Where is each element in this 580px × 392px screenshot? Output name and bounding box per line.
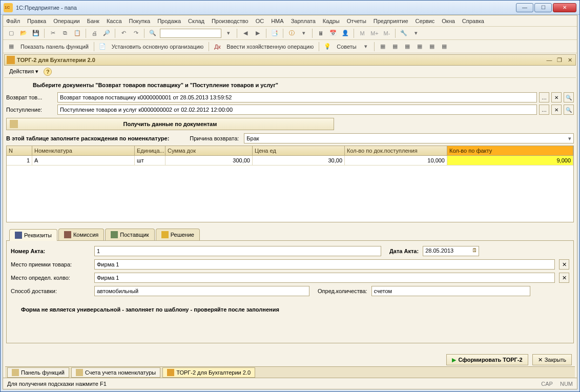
- calc-icon[interactable]: 🖩: [316, 28, 326, 38]
- dropdown-icon[interactable]: ▾: [223, 28, 234, 38]
- menu-operations[interactable]: Операции: [53, 18, 79, 24]
- menu-bank[interactable]: Банк: [87, 18, 99, 24]
- place2-input[interactable]: [94, 273, 555, 283]
- delivery-input[interactable]: [94, 286, 309, 296]
- menu-production[interactable]: Производство: [212, 18, 248, 24]
- search-input[interactable]: [160, 29, 221, 38]
- misc-icon-6[interactable]: ▦: [439, 42, 449, 52]
- wrench-icon[interactable]: 🔧: [399, 28, 409, 38]
- maximize-button[interactable]: ☐: [534, 3, 552, 12]
- menu-nma[interactable]: НМА: [271, 18, 283, 24]
- cell-unit[interactable]: шт: [135, 156, 165, 165]
- tab-requisites[interactable]: Реквизиты: [9, 229, 57, 241]
- misc-icon-2[interactable]: ▦: [390, 42, 400, 52]
- misc-icon-5[interactable]: ▦: [427, 42, 437, 52]
- open-icon[interactable]: 📂: [18, 28, 29, 38]
- doc-close-icon[interactable]: ✕: [566, 57, 573, 64]
- receipt-select-button[interactable]: …: [539, 105, 549, 115]
- misc-icon-4[interactable]: ▦: [415, 42, 425, 52]
- fetch-data-button[interactable]: Получить данные по документам: [6, 118, 334, 130]
- cell-n[interactable]: 1: [7, 156, 32, 165]
- close-dialog-button[interactable]: ✕Закрыть: [532, 354, 572, 365]
- nav-back-icon[interactable]: ◀: [240, 28, 251, 38]
- copy-icon[interactable]: ⧉: [60, 28, 70, 38]
- paste-icon[interactable]: 📋: [72, 28, 82, 38]
- calendar-icon[interactable]: 📅: [328, 28, 338, 38]
- act-number-input[interactable]: [94, 246, 381, 256]
- receipt-field[interactable]: Поступление товаров и услуг к0000000002 …: [57, 105, 537, 115]
- print-icon[interactable]: 🖨: [89, 28, 99, 38]
- wintab-accounts[interactable]: Счета учета номенклатуры: [71, 367, 160, 378]
- doc-minimize-icon[interactable]: —: [546, 57, 553, 64]
- cell-qty[interactable]: 10,000: [345, 156, 447, 165]
- th-n[interactable]: N: [7, 146, 32, 155]
- menu-windows[interactable]: Окна: [442, 18, 455, 24]
- th-price[interactable]: Цена ед: [253, 146, 345, 155]
- redo-icon[interactable]: ↷: [131, 28, 141, 38]
- actions-menu[interactable]: Действия ▾: [7, 67, 40, 76]
- th-unit[interactable]: Единица...: [135, 146, 165, 155]
- return-field[interactable]: Возврат товаров поставщику к0000000001 о…: [57, 92, 537, 102]
- menu-help[interactable]: Справка: [462, 18, 484, 24]
- receipt-clear-button[interactable]: ✕: [551, 105, 562, 115]
- form-report-button[interactable]: ▶Сформировать ТОРГ-2: [446, 354, 528, 365]
- receipt-open-button[interactable]: 🔍: [564, 105, 574, 115]
- m-icon[interactable]: M: [357, 28, 367, 38]
- advice-dropdown-icon[interactable]: ▾: [361, 42, 371, 52]
- preview-icon[interactable]: 🔎: [101, 28, 112, 38]
- new-icon[interactable]: ▢: [6, 28, 16, 38]
- show-panel-button[interactable]: Показать панель функций: [18, 44, 91, 50]
- misc-icon-3[interactable]: ▦: [402, 42, 412, 52]
- th-qty[interactable]: Кол-во по док.поступления: [345, 146, 447, 155]
- search-icon[interactable]: 🔍: [148, 28, 158, 38]
- place1-input[interactable]: [94, 259, 555, 270]
- place1-clear-button[interactable]: ✕: [559, 259, 569, 270]
- th-fact[interactable]: Кол-во по факту: [447, 146, 573, 155]
- cell-price[interactable]: 30,00: [253, 156, 345, 165]
- enter-op-button[interactable]: Ввести хозяйственную операцию: [224, 44, 316, 50]
- table-row[interactable]: 1 А шт 300,00 30,00 10,000 9,000: [7, 156, 573, 166]
- wintab-panel[interactable]: Панель функций: [7, 367, 69, 378]
- cell-sum[interactable]: 300,00: [165, 156, 253, 165]
- info-icon[interactable]: ⓘ: [286, 28, 297, 38]
- th-sum[interactable]: Сумма док: [165, 146, 253, 155]
- menu-edit[interactable]: Правка: [27, 18, 46, 24]
- user-icon[interactable]: 👤: [340, 28, 350, 38]
- menu-sale[interactable]: Продажа: [157, 18, 181, 24]
- qty-det-input[interactable]: [371, 286, 530, 296]
- tab-supplier[interactable]: Поставщик: [105, 229, 154, 240]
- wintab-torg2[interactable]: ТОРГ-2 для Бухгалтерии 2.0: [162, 367, 255, 378]
- return-select-button[interactable]: …: [539, 92, 549, 102]
- info-dropdown-icon[interactable]: ▾: [299, 28, 309, 38]
- save-icon[interactable]: 💾: [31, 28, 41, 38]
- help-icon[interactable]: ?: [44, 68, 52, 76]
- menu-kassa[interactable]: Касса: [107, 18, 122, 24]
- reason-combo[interactable]: Брак: [244, 133, 574, 143]
- undo-icon[interactable]: ↶: [118, 28, 129, 38]
- menu-salary[interactable]: Зарплата: [291, 18, 316, 24]
- clipboard-icon[interactable]: 📑: [270, 28, 280, 38]
- misc-icon-1[interactable]: ▦: [378, 42, 388, 52]
- return-open-button[interactable]: 🔍: [564, 92, 574, 102]
- menu-purchase[interactable]: Покупка: [129, 18, 151, 24]
- advice-button[interactable]: Советы: [335, 44, 358, 50]
- minimize-button[interactable]: —: [516, 3, 533, 12]
- wrench-dropdown-icon[interactable]: ▾: [411, 28, 421, 38]
- set-org-button[interactable]: Установить основную организацию: [110, 44, 206, 50]
- place2-clear-button[interactable]: ✕: [559, 273, 569, 283]
- return-clear-button[interactable]: ✕: [551, 92, 562, 102]
- th-nomen[interactable]: Номенклатура: [32, 146, 135, 155]
- menu-file[interactable]: Файл: [6, 18, 20, 24]
- menu-enterprise[interactable]: Предприятие: [374, 18, 408, 24]
- nav-fwd-icon[interactable]: ▶: [253, 28, 263, 38]
- menu-reports[interactable]: Отчеты: [347, 18, 366, 24]
- menu-warehouse[interactable]: Склад: [188, 18, 204, 24]
- close-button[interactable]: ✕: [553, 3, 576, 12]
- cell-nomen[interactable]: А: [32, 156, 135, 165]
- doc-restore-icon[interactable]: ❐: [556, 57, 563, 64]
- m-plus-icon[interactable]: M+: [369, 28, 380, 38]
- m-minus-icon[interactable]: M-: [382, 28, 392, 38]
- menu-personnel[interactable]: Кадры: [323, 18, 340, 24]
- menu-service[interactable]: Сервис: [416, 18, 435, 24]
- tab-decision[interactable]: Решение: [156, 229, 200, 240]
